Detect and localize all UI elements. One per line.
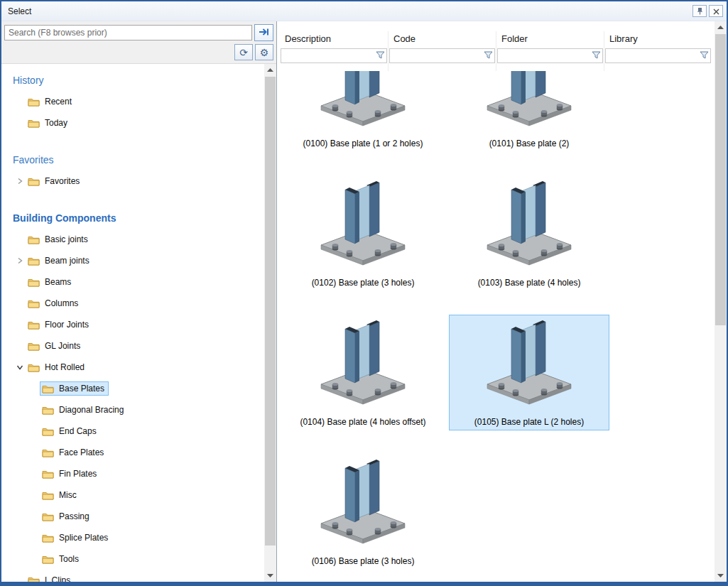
tree-item-face-plates[interactable]: Face Plates: [1, 442, 264, 463]
component-cell[interactable]: (0103) Base plate (4 holes): [449, 175, 609, 291]
search-go-button[interactable]: [254, 24, 273, 41]
filter-funnel-icon[interactable]: [700, 50, 709, 63]
filter-funnel-icon[interactable]: [376, 50, 385, 63]
tree-item-content[interactable]: Base Plates: [40, 381, 109, 396]
tree-item-diagonal-bracing[interactable]: Diagonal Bracing: [1, 399, 264, 420]
tree-item-content[interactable]: Recent: [26, 94, 76, 109]
tree-item-beam-joints[interactable]: Beam joints: [1, 250, 264, 271]
grid-scrollbar[interactable]: [715, 21, 727, 582]
tree-item-content[interactable]: Tools: [40, 552, 83, 566]
component-item[interactable]: (0102) Base plate (3 holes): [280, 159, 446, 298]
tree-item-columns[interactable]: Columns: [1, 293, 264, 314]
column-header-folder: Folder: [496, 31, 604, 48]
tree-item-content[interactable]: Fin Plates: [40, 467, 101, 481]
component-thumbnail: [310, 320, 416, 413]
tree-item-end-caps[interactable]: End Caps: [1, 420, 264, 442]
tree-item-label: L Clips: [45, 575, 70, 582]
tree-section-header-history: History: [1, 70, 264, 91]
component-thumbnail: [476, 181, 582, 273]
filter-box-code[interactable]: [389, 48, 495, 63]
component-item[interactable]: (0105) Base plate L (2 holes): [446, 298, 612, 438]
component-cell[interactable]: (0104) Base plate (4 holes offset): [283, 315, 443, 430]
column-description: Description: [280, 31, 388, 71]
folder-icon: [42, 533, 54, 543]
component-item[interactable]: (0101) Base plate (2): [446, 71, 612, 159]
chevron-right-icon[interactable]: [14, 175, 26, 187]
tree-item-content[interactable]: Misc: [40, 488, 81, 502]
filter-funnel-icon[interactable]: [592, 50, 601, 63]
component-thumbnail: [310, 460, 416, 552]
tree-item-content[interactable]: Favorites: [26, 174, 84, 188]
tree-item-label: Fin Plates: [59, 469, 97, 479]
tree-item-content[interactable]: Floor Joints: [26, 318, 93, 332]
tree-item-l-clips[interactable]: L Clips: [1, 570, 264, 582]
tree-item-recent[interactable]: Recent: [1, 91, 264, 112]
scrollbar-thumb[interactable]: [265, 77, 276, 546]
tree-item-content[interactable]: Hot Rolled: [26, 360, 89, 374]
component-list: Description Code: [277, 21, 715, 582]
tree-item-content[interactable]: Beam joints: [26, 254, 94, 268]
folder-icon: [28, 256, 40, 266]
tree-item-today[interactable]: Today: [1, 112, 264, 134]
scroll-down-arrow[interactable]: [715, 570, 727, 582]
component-cell[interactable]: (0101) Base plate (2): [449, 71, 609, 152]
pin-button[interactable]: [692, 5, 707, 17]
component-item[interactable]: (0103) Base plate (4 holes): [446, 159, 612, 298]
tree-item-content[interactable]: Beams: [26, 275, 75, 289]
chevron-down-icon[interactable]: [14, 362, 26, 373]
search-row: [1, 21, 276, 43]
refresh-button[interactable]: ⟳: [234, 44, 253, 60]
search-input[interactable]: [4, 25, 252, 40]
scroll-down-arrow[interactable]: [264, 570, 276, 582]
tree-item-hot-rolled[interactable]: Hot Rolled: [1, 357, 264, 378]
expander-spacer: [14, 298, 26, 309]
tree-item-favorites[interactable]: Favorites: [1, 170, 264, 192]
filter-box-description[interactable]: [281, 48, 387, 63]
component-item[interactable]: (0100) Base plate (1 or 2 holes): [280, 71, 446, 159]
folder-icon: [28, 320, 40, 330]
grid-body: (0100) Base plate (1 or 2 holes)(0101) B…: [277, 71, 715, 582]
component-item[interactable]: (0106) Base plate (3 holes): [280, 438, 446, 577]
column-header-code: Code: [389, 31, 496, 48]
component-thumbnail: [310, 181, 416, 273]
chevron-right-icon[interactable]: [14, 255, 26, 266]
scrollbar-thumb[interactable]: [715, 34, 726, 325]
tree-item-passing[interactable]: Passing: [1, 506, 264, 527]
tree-item-floor-joints[interactable]: Floor Joints: [1, 314, 264, 335]
tree-item-beams[interactable]: Beams: [1, 271, 264, 293]
filter-funnel-icon[interactable]: [484, 50, 493, 63]
expander-spacer: [28, 404, 40, 416]
tree-item-content[interactable]: Columns: [26, 296, 82, 310]
tree-item-content[interactable]: Face Plates: [40, 445, 108, 460]
tree-item-splice-plates[interactable]: Splice Plates: [1, 527, 264, 548]
tree-item-basic-joints[interactable]: Basic joints: [1, 229, 264, 250]
tree-item-content[interactable]: Passing: [40, 509, 94, 523]
settings-button[interactable]: ⚙: [255, 44, 273, 60]
component-item[interactable]: (0104) Base plate (4 holes offset): [280, 298, 446, 438]
component-cell[interactable]: (0100) Base plate (1 or 2 holes): [283, 71, 443, 152]
filter-box-folder[interactable]: [497, 48, 603, 63]
tree-item-content[interactable]: Splice Plates: [40, 531, 112, 545]
tree-item-content[interactable]: Basic joints: [26, 232, 92, 246]
tree-scrollbar[interactable]: [264, 64, 276, 582]
tree-item-content[interactable]: End Caps: [40, 424, 101, 438]
tree-item-tools[interactable]: Tools: [1, 548, 264, 570]
component-cell[interactable]: (0105) Base plate L (2 holes): [449, 315, 609, 430]
tree-item-fin-plates[interactable]: Fin Plates: [1, 463, 264, 484]
folder-icon: [28, 177, 40, 186]
close-button[interactable]: [709, 5, 723, 17]
tree-item-misc[interactable]: Misc: [1, 484, 264, 506]
tree-item-content[interactable]: Today: [26, 116, 72, 130]
tree-item-content[interactable]: GL Joints: [26, 339, 85, 353]
tree-item-content[interactable]: L Clips: [26, 573, 75, 582]
tree-item-content[interactable]: Diagonal Bracing: [40, 403, 128, 417]
folder-icon: [42, 555, 54, 564]
component-cell[interactable]: (0106) Base plate (3 holes): [283, 454, 443, 570]
tree-item-gl-joints[interactable]: GL Joints: [1, 335, 264, 357]
component-cell[interactable]: (0102) Base plate (3 holes): [283, 175, 443, 291]
tree-item-base-plates[interactable]: Base Plates: [1, 378, 264, 399]
component-thumbnail: [476, 71, 582, 134]
scroll-up-arrow[interactable]: [264, 64, 276, 76]
scroll-up-arrow[interactable]: [715, 21, 727, 33]
filter-box-library[interactable]: [605, 48, 711, 63]
